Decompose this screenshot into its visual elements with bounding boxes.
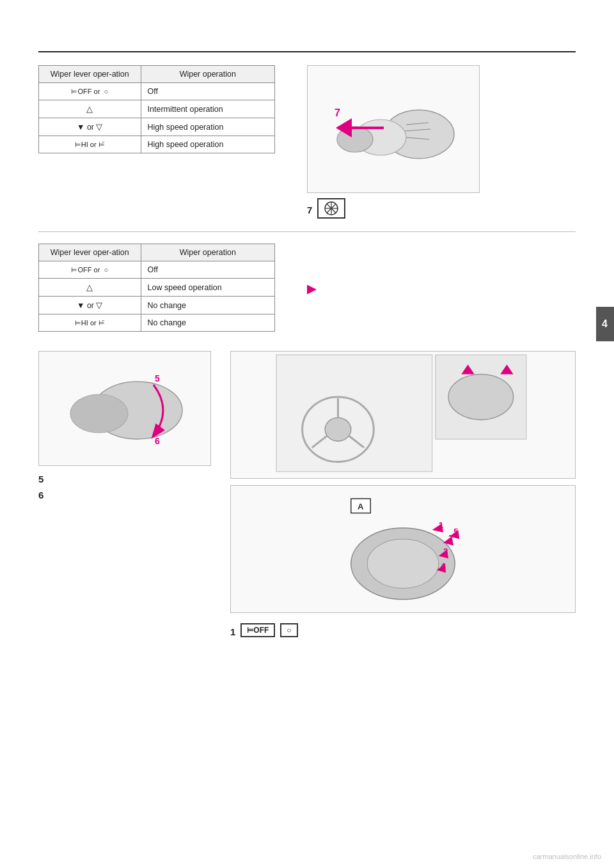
table2-row3-op: No change (141, 297, 274, 314)
table2-row3-lever: ▼ or ▽ (39, 297, 141, 314)
step5-number: 5 (38, 474, 43, 484)
step5-row: 5 (38, 471, 217, 484)
table2-row1-lever: ⊨OFF or ○ (39, 261, 141, 279)
second-table-col: Wiper lever oper-ation Wiper operation ⊨… (38, 244, 294, 338)
svg-text:6: 6 (155, 436, 160, 446)
svg-text:7: 7 (335, 107, 340, 118)
lever-detail-illus: A 1 2 3 4 5 (230, 485, 576, 613)
svg-text:5: 5 (155, 373, 160, 384)
table-row: ⊨OFF or ○ Off (39, 261, 275, 279)
circle-icon: ○ (287, 626, 291, 635)
wiper-icon (324, 201, 339, 216)
svg-marker-33 (432, 523, 443, 532)
step6-row: 6 (38, 487, 217, 500)
step7-number: 7 (307, 205, 312, 215)
svg-text:A: A (358, 502, 364, 511)
table2-row4-lever: ⊨HI or ⊨̈ (39, 314, 141, 332)
table2-row2-op: Low speed operation (141, 279, 274, 297)
step1-icon1: ⊨OFF (240, 623, 275, 637)
section-divider-1 (38, 231, 576, 232)
step1-row: 1 ⊨OFF ○ (230, 623, 576, 637)
table-row: ⊨HI or ⊨̈ High speed operation (39, 136, 275, 153)
table2-row4-op: No change (141, 314, 274, 332)
svg-point-25 (448, 375, 514, 420)
step7-icon-badge (317, 198, 345, 219)
table1-row2-lever: △ (39, 100, 141, 118)
first-table-col: Wiper lever oper-ation Wiper operation ⊨… (38, 65, 294, 160)
step7-row: 7 (307, 198, 576, 219)
top-rule (38, 51, 576, 52)
step6-number: 6 (38, 490, 43, 500)
note-arrow-indicator: ▶ (307, 282, 576, 296)
lever-svg: 7 (317, 70, 470, 189)
lever-rotation-illus: 5 6 (38, 351, 211, 466)
table-row: ⊨OFF or ○ Off (39, 83, 275, 100)
svg-rect-18 (276, 355, 432, 472)
table-row: ▼ or ▽ No change (39, 297, 275, 314)
table1-row3-op: High speed operation (141, 118, 274, 136)
table1: Wiper lever oper-ation Wiper operation ⊨… (38, 65, 275, 153)
car-interior-illus (230, 351, 576, 479)
lever-rotation-svg: 5 6 (45, 356, 205, 461)
page-container: 4 Wiper lever oper-ation Wiper operation (0, 0, 614, 868)
off-icon: ⊨OFF (247, 626, 269, 635)
table1-row4-lever: ⊨HI or ⊨̈ (39, 136, 141, 153)
bottom-right-col: A 1 2 3 4 5 1 (230, 351, 576, 637)
table2-col1-header: Wiper lever oper-ation (39, 244, 141, 261)
table-row: △ Low speed operation (39, 279, 275, 297)
table1-row3-lever: ▼ or ▽ (39, 118, 141, 136)
second-note-col: ▶ (307, 244, 576, 296)
table2: Wiper lever oper-ation Wiper operation ⊨… (38, 244, 275, 332)
table1-row1-op: Off (141, 83, 274, 100)
svg-point-14 (70, 394, 128, 433)
table1-row2-op: Intermittent operation (141, 100, 274, 118)
second-table-row: Wiper lever oper-ation Wiper operation ⊨… (38, 244, 576, 338)
main-content: Wiper lever oper-ation Wiper operation ⊨… (0, 65, 614, 637)
wiper-lever-illus: 7 (307, 65, 480, 193)
bottom-section: 5 6 5 6 (38, 351, 576, 637)
table2-col2-header: Wiper operation (141, 244, 274, 261)
table2-row1-op: Off (141, 261, 274, 279)
table-row: ⊨HI or ⊨̈ No change (39, 314, 275, 332)
table-row: ▼ or ▽ High speed operation (39, 118, 275, 136)
car-interior-svg (231, 352, 575, 478)
step1-number: 1 (230, 626, 235, 637)
table1-col1-header: Wiper lever oper-ation (39, 66, 141, 83)
first-table-row: Wiper lever oper-ation Wiper operation ⊨… (38, 65, 576, 219)
svg-point-29 (367, 539, 439, 588)
bottom-left-col: 5 6 5 6 (38, 351, 217, 637)
watermark: carmanualsonline.info (533, 853, 601, 860)
table1-row1-lever: ⊨OFF or ○ (39, 83, 141, 100)
table2-row2-lever: △ (39, 279, 141, 297)
svg-point-20 (325, 418, 351, 442)
step1-icon2: ○ (280, 623, 297, 637)
first-illus-col: 7 7 (307, 65, 576, 219)
section-tab: 4 (596, 307, 614, 341)
table1-col2-header: Wiper operation (141, 66, 274, 83)
lever-detail-svg: A 1 2 3 4 5 (231, 486, 575, 612)
table-row: △ Intermittent operation (39, 100, 275, 118)
table1-row4-op: High speed operation (141, 136, 274, 153)
